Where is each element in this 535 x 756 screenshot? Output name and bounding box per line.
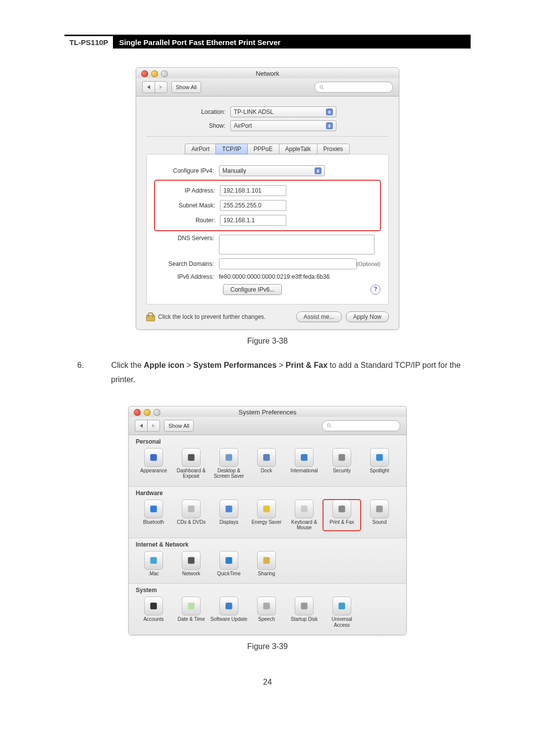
show-all-button[interactable]: Show All [171,81,201,93]
tab-pppoe[interactable]: PPPoE [247,144,279,154]
section-system: SystemAccountsDate & TimeSoftware Update… [129,583,406,635]
pref-item-displays[interactable]: Displays [210,500,248,531]
lock-icon[interactable] [146,312,154,321]
pref-label: Speech [248,616,285,622]
tab-tcpip[interactable]: TCP/IP [215,144,248,154]
pref-label: Date & Time [172,616,210,622]
pref-item-accounts[interactable]: Accounts [135,597,172,628]
dns-servers-label: DNS Servers: [155,235,214,242]
section-title: Personal [136,438,400,445]
router-label: Router: [156,217,215,224]
pref-label: Bluetooth [135,519,172,525]
tab-proxies[interactable]: Proxies [317,144,350,154]
optional-note: (Optional) [357,261,380,267]
svg-rect-8 [301,454,307,460]
pref-item-network[interactable]: Network [172,551,210,577]
system-preferences-window: System Preferences Show All PersonalAppe… [128,406,407,636]
nav-back-forward[interactable] [135,420,160,432]
pref-icon [257,500,276,518]
pref-item-startup-disk[interactable]: Startup Disk [285,597,323,628]
pref-item-cds-dvds[interactable]: CDs & DVDs [172,500,210,531]
tab-appletalk[interactable]: AppleTalk [279,144,318,154]
minimize-icon[interactable] [151,70,158,77]
subnet-mask-label: Subnet Mask: [156,202,215,209]
close-icon[interactable] [134,409,141,416]
pref-item-date-time[interactable]: Date & Time [172,597,210,628]
svg-point-2 [327,424,330,427]
svg-rect-17 [376,505,382,512]
doc-title: Single Parallel Port Fast Ethernet Print… [113,36,471,49]
pref-item-dashboard-expos-[interactable]: Dashboard & Exposé [172,448,210,479]
zoom-icon[interactable] [161,70,168,77]
subnet-mask-field[interactable]: 255.255.255.0 [220,200,286,211]
pref-item-energy-saver[interactable]: Energy Saver [248,500,285,531]
search-input[interactable] [315,82,393,93]
pref-icon [257,448,276,467]
apply-now-button[interactable]: Apply Now [346,311,389,322]
close-icon[interactable] [141,70,148,77]
pref-item-quicktime[interactable]: QuickTime [210,551,248,577]
dns-servers-field[interactable] [219,235,374,254]
back-icon[interactable] [135,420,147,432]
pref-item-keyboard-mouse[interactable]: Keyboard & Mouse [285,500,323,531]
forward-icon[interactable] [147,420,160,432]
pref-label: Sound [361,519,398,525]
svg-rect-25 [263,603,269,609]
pref-item-software-update[interactable]: Software Update [210,597,248,628]
svg-rect-4 [150,454,157,460]
tab-airport[interactable]: AirPort [185,144,216,154]
back-icon[interactable] [142,81,155,93]
chevron-updown-icon [326,108,333,115]
show-all-button[interactable]: Show All [164,420,194,432]
pref-item-spotlight[interactable]: Spotlight [361,448,398,479]
pref-item-speech[interactable]: Speech [248,597,285,628]
svg-rect-7 [263,454,269,460]
pref-item-sound[interactable]: Sound [361,500,398,531]
configure-ipv4-value: Manually [222,167,246,174]
pref-label: CDs & DVDs [172,519,210,525]
pref-label: Accounts [135,616,172,622]
window-title: Network [256,70,279,77]
window-titlebar: Network [136,68,399,78]
show-popup[interactable]: AirPort [230,120,336,131]
nav-back-forward[interactable] [142,81,167,93]
search-domains-field[interactable] [219,258,357,269]
pref-icon [295,448,314,467]
pref-item-sharing[interactable]: Sharing [248,551,285,577]
assist-me-button[interactable]: Assist me... [296,311,342,322]
figure-caption-1: Figure 3-38 [64,337,471,346]
pref-item-international[interactable]: International [285,448,323,479]
pref-item-dock[interactable]: Dock [248,448,285,479]
pref-label: .Mac [135,571,172,577]
pref-label: Desktop & Screen Saver [210,468,248,479]
chevron-updown-icon [326,122,333,129]
pref-item-bluetooth[interactable]: Bluetooth [135,500,172,531]
location-popup[interactable]: TP-LINK ADSL [230,106,336,117]
doc-header: TL-PS110P Single Parallel Port Fast Ethe… [64,36,471,49]
pref-item-security[interactable]: Security [323,448,361,479]
minimize-icon[interactable] [144,409,151,416]
pref-item-appearance[interactable]: Appearance [135,448,172,479]
svg-line-3 [330,426,331,428]
forward-icon[interactable] [155,81,167,93]
pref-label: Software Update [210,616,248,622]
pref-label: Displays [210,519,248,525]
configure-ipv4-popup[interactable]: Manually [219,165,325,176]
toolbar: Show All [129,417,406,435]
svg-rect-14 [263,505,269,512]
svg-rect-27 [338,603,345,609]
pref-item-universal-access[interactable]: Universal Access [323,597,361,628]
search-input[interactable] [322,420,400,431]
svg-rect-16 [338,505,345,512]
pref-item--mac[interactable]: .Mac [135,551,172,577]
pref-item-desktop-screen-saver[interactable]: Desktop & Screen Saver [210,448,248,479]
zoom-icon[interactable] [154,409,160,416]
router-field[interactable]: 192.168.1.1 [220,215,286,226]
pref-item-print-fax[interactable]: Print & Fax [323,500,361,531]
ip-address-field[interactable]: 192.168.1.101 [220,185,286,196]
configure-ipv6-button[interactable]: Configure IPv6... [223,284,282,295]
page-number: 24 [64,678,471,687]
help-icon[interactable]: ? [371,285,380,295]
ip-address-label: IP Address: [156,187,215,194]
pref-icon [219,500,238,518]
